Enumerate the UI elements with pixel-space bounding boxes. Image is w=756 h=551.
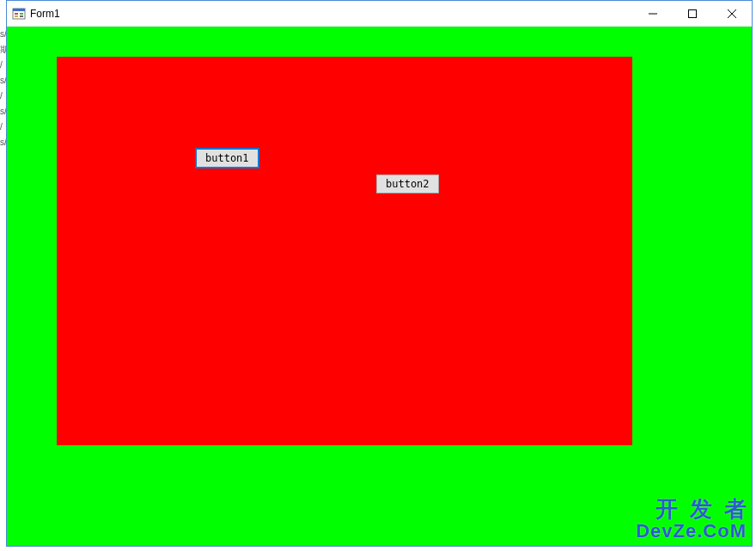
side-fragment: s/ [0,104,6,119]
editor-leftover-strip: s/ 期 / s/ / s/ / s/ [0,27,6,551]
watermark-line2: DevZe.CoM [636,521,747,541]
main-panel: button1 button2 [57,57,632,445]
window-title: Form1 [30,8,60,20]
form-client-area: button1 button2 开发者 DevZe.CoM [7,27,752,546]
svg-rect-2 [15,13,18,15]
side-fragment: / [0,58,6,73]
side-fragment: s/ [0,135,6,150]
titlebar-left: Form1 [12,7,60,21]
side-fragment: s/ [0,73,6,89]
window-controls [633,1,752,26]
side-fragment: / [0,89,6,104]
svg-rect-1 [13,9,25,11]
maximize-button[interactable] [673,1,712,26]
svg-rect-3 [15,15,18,17]
side-fragment: / [0,119,6,135]
close-button[interactable] [712,1,752,26]
side-fragment: s/ [0,27,6,42]
button1[interactable]: button1 [196,149,259,168]
app-icon [12,7,26,21]
side-fragment: 期 [0,42,6,58]
svg-rect-7 [689,9,697,17]
svg-rect-5 [20,15,23,17]
titlebar[interactable]: Form1 [7,1,752,27]
form-window: Form1 button1 button2 开发者 DevZe.CoM [6,0,753,547]
svg-rect-4 [20,13,23,15]
watermark-line1: 开发者 [636,498,756,521]
minimize-button[interactable] [633,1,673,26]
button2[interactable]: button2 [376,174,439,193]
watermark: 开发者 DevZe.CoM [636,498,747,541]
